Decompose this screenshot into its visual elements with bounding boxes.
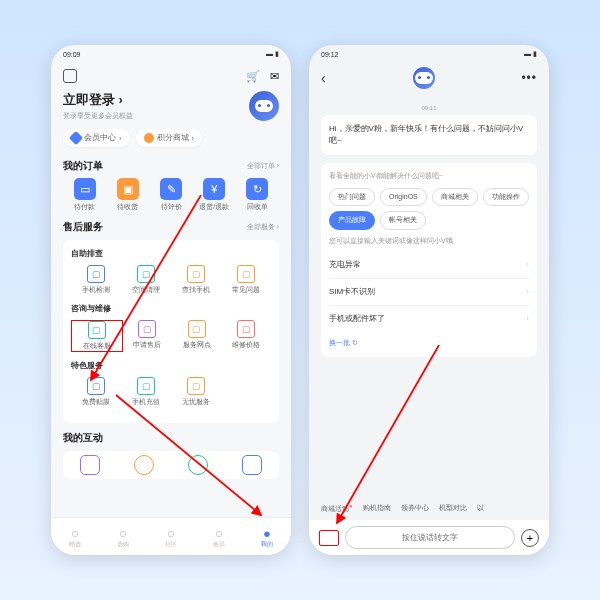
question-item[interactable]: 充电异常› bbox=[329, 252, 529, 279]
status-right: ▬ ▮ bbox=[524, 50, 537, 58]
chat-area: 09:11 Hi，亲爱的V粉，新年快乐！有什么问题，不妨问问小V吧~ 看看全能的… bbox=[309, 93, 549, 497]
keyboard-icon[interactable] bbox=[319, 530, 339, 546]
question-item[interactable]: 手机或配件坏了› bbox=[329, 306, 529, 332]
suggestion-row: 商城活动●购机指南领券中心机型对比以 bbox=[309, 497, 549, 520]
suggestion[interactable]: 商城活动● bbox=[321, 503, 353, 514]
message-icon[interactable]: ✉ bbox=[270, 70, 279, 83]
refresh-button[interactable]: 换一批 ↻ bbox=[329, 338, 529, 349]
suggestion[interactable]: 购机指南 bbox=[363, 503, 391, 514]
chip[interactable]: 热门问题 bbox=[329, 188, 375, 207]
ask-hint: 您可以直接输入关键词或像这样问小V哦 bbox=[329, 236, 529, 247]
suggestion[interactable]: 领券中心 bbox=[401, 503, 429, 514]
interact-icon[interactable] bbox=[134, 455, 154, 475]
grid-item[interactable]: ▢免费贴膜 bbox=[71, 377, 121, 407]
chat-time: 09:11 bbox=[321, 105, 537, 111]
orders-title: 我的订单 bbox=[63, 159, 103, 173]
chip[interactable]: 商城相关 bbox=[432, 188, 478, 207]
nav-item[interactable]: ○选购 bbox=[99, 526, 147, 548]
grid-item[interactable]: ▢常见问题 bbox=[221, 265, 271, 295]
grid-item[interactable]: ▢申请售后 bbox=[123, 320, 173, 352]
statusbar: 09:09 ▬ ▮ bbox=[51, 45, 291, 63]
phone-left: 09:09 ▬ ▮ 🛒 ✉ 立即登录 › 登录享受更多会员权益 会员中心 › 积… bbox=[51, 45, 291, 555]
greeting-bubble: Hi，亲爱的V粉，新年快乐！有什么问题，不妨问问小V吧~ bbox=[321, 115, 537, 155]
more-icon[interactable]: ••• bbox=[521, 71, 537, 85]
grid-item[interactable]: ▢服务网点 bbox=[172, 320, 222, 352]
grid-item[interactable]: ▢空间清理 bbox=[121, 265, 171, 295]
coin-icon bbox=[144, 133, 154, 143]
order-item[interactable]: ▣待收货 bbox=[106, 178, 149, 212]
nav-item[interactable]: ○会员 bbox=[195, 526, 243, 548]
order-item[interactable]: ▭待付款 bbox=[63, 178, 106, 212]
cart-icon[interactable]: 🛒 bbox=[246, 70, 260, 83]
interact-icon[interactable] bbox=[188, 455, 208, 475]
orders-more[interactable]: 全部订单 › bbox=[247, 161, 279, 171]
grid-item[interactable]: ▢手机充值 bbox=[121, 377, 171, 407]
bot-avatar bbox=[413, 67, 435, 89]
nav-item[interactable]: ○社区 bbox=[147, 526, 195, 548]
chip[interactable]: OriginOS bbox=[380, 188, 427, 207]
login-sub: 登录享受更多会员权益 bbox=[63, 111, 133, 121]
diamond-icon bbox=[69, 131, 83, 145]
chip[interactable]: 功能操作 bbox=[483, 188, 529, 207]
grid-item[interactable]: ▢查找手机 bbox=[171, 265, 221, 295]
suggestion[interactable]: 以 bbox=[477, 503, 484, 514]
interact-title: 我的互动 bbox=[63, 431, 103, 445]
login-title: 立即登录 bbox=[63, 92, 115, 107]
grid-item[interactable]: ▢手机检测 bbox=[71, 265, 121, 295]
interact-card bbox=[63, 451, 279, 479]
interact-icon[interactable] bbox=[242, 455, 262, 475]
avatar[interactable] bbox=[249, 91, 279, 121]
solve-hint: 看看全能的小V都能解决什么问题吧~ bbox=[329, 171, 529, 182]
order-item[interactable]: ↻回收单 bbox=[236, 178, 279, 212]
phone-right: 09:12 ▬ ▮ ‹ ••• 09:11 Hi，亲爱的V粉，新年快乐！有什么问… bbox=[309, 45, 549, 555]
scroll-area: 我的订单全部订单 › ▭待付款▣待收货✎待评价¥退货/退款↻回收单 售后服务全部… bbox=[51, 151, 291, 517]
consult-title: 咨询与维修 bbox=[71, 303, 271, 314]
header: 🛒 ✉ 立即登录 › 登录享受更多会员权益 会员中心 › 积分商城 › bbox=[51, 63, 291, 151]
grid-item[interactable]: ▢在线客服 bbox=[71, 320, 123, 352]
chip[interactable]: 产品故障 bbox=[329, 211, 375, 230]
order-item[interactable]: ✎待评价 bbox=[149, 178, 192, 212]
voice-button[interactable]: 按住说话转文字 bbox=[345, 526, 515, 549]
input-bar: 按住说话转文字 + bbox=[309, 520, 549, 555]
back-icon[interactable]: ‹ bbox=[321, 70, 326, 86]
special-title: 特色服务 bbox=[71, 360, 271, 371]
statusbar: 09:12 ▬ ▮ bbox=[309, 45, 549, 63]
options-bubble: 看看全能的小V都能解决什么问题吧~ 热门问题OriginOS商城相关功能操作产品… bbox=[321, 163, 537, 357]
pill-points[interactable]: 积分商城 › bbox=[136, 129, 203, 147]
grid-item[interactable]: ▢无忧服务 bbox=[171, 377, 221, 407]
login-block[interactable]: 立即登录 › 登录享受更多会员权益 bbox=[63, 91, 133, 121]
nav-item[interactable]: ●我的 bbox=[243, 526, 291, 548]
chip[interactable]: 帐号相关 bbox=[380, 211, 426, 230]
settings-icon[interactable] bbox=[63, 69, 77, 83]
status-time: 09:12 bbox=[321, 51, 339, 58]
plus-icon[interactable]: + bbox=[521, 529, 539, 547]
self-title: 自助排查 bbox=[71, 248, 271, 259]
order-item[interactable]: ¥退货/退款 bbox=[193, 178, 236, 212]
service-more[interactable]: 全部服务 › bbox=[247, 222, 279, 232]
service-title: 售后服务 bbox=[63, 220, 103, 234]
grid-item[interactable]: ▢维修价格 bbox=[222, 320, 272, 352]
chat-header: ‹ ••• bbox=[309, 63, 549, 93]
suggestion[interactable]: 机型对比 bbox=[439, 503, 467, 514]
pill-member[interactable]: 会员中心 › bbox=[63, 129, 130, 147]
status-time: 09:09 bbox=[63, 51, 81, 58]
question-item[interactable]: SIM卡不识别› bbox=[329, 279, 529, 306]
nav-item[interactable]: ○精选 bbox=[51, 526, 99, 548]
order-row: ▭待付款▣待收货✎待评价¥退货/退款↻回收单 bbox=[63, 178, 279, 212]
status-right: ▬ ▮ bbox=[266, 50, 279, 58]
bottom-nav: ○精选○选购○社区○会员●我的 bbox=[51, 517, 291, 555]
service-card: 自助排查 ▢手机检测▢空间清理▢查找手机▢常见问题 咨询与维修 ▢在线客服▢申请… bbox=[63, 240, 279, 423]
interact-icon[interactable] bbox=[80, 455, 100, 475]
